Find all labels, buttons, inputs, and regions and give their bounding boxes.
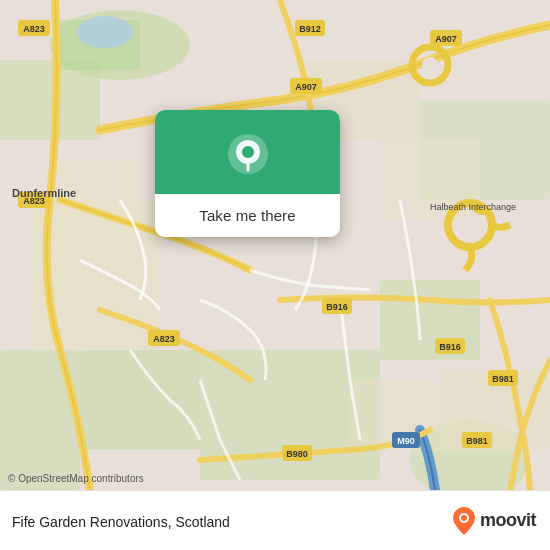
svg-text:B980: B980 [286,449,308,459]
svg-point-20 [460,215,480,235]
popup-header [155,110,340,194]
location-name: Fife Garden Renovations, Scotland [12,514,230,530]
svg-point-51 [242,146,254,158]
svg-text:A823: A823 [23,24,45,34]
svg-point-18 [422,57,438,73]
svg-point-16 [77,16,133,48]
svg-text:A823: A823 [153,334,175,344]
bottom-info: Fife Garden Renovations, Scotland [12,512,230,530]
svg-text:B981: B981 [492,374,514,384]
svg-text:Dunfermline: Dunfermline [12,187,76,199]
map-attribution: © OpenStreetMap contributors [8,473,144,484]
svg-text:A907: A907 [295,82,317,92]
svg-point-53 [461,515,467,521]
svg-text:Halbeath Interchange: Halbeath Interchange [430,202,516,212]
svg-rect-2 [0,60,100,140]
popup-card: Take me there [155,110,340,237]
svg-text:M90: M90 [397,436,415,446]
moovit-pin-icon [452,507,476,535]
moovit-logo: moovit [452,507,536,535]
bottom-bar: Fife Garden Renovations, Scotland moovit [0,490,550,550]
svg-text:B916: B916 [439,342,461,352]
moovit-brand-text: moovit [480,510,536,531]
map-background: A823 A907 A907 B912 A823 A907 A823 B916 … [0,0,550,490]
svg-text:A907: A907 [435,34,457,44]
svg-text:B912: B912 [299,24,321,34]
location-pin-icon [226,132,270,176]
svg-text:B916: B916 [326,302,348,312]
map-container: A823 A907 A907 B912 A823 A907 A823 B916 … [0,0,550,490]
svg-text:B981: B981 [466,436,488,446]
take-me-there-button[interactable]: Take me there [155,194,340,237]
